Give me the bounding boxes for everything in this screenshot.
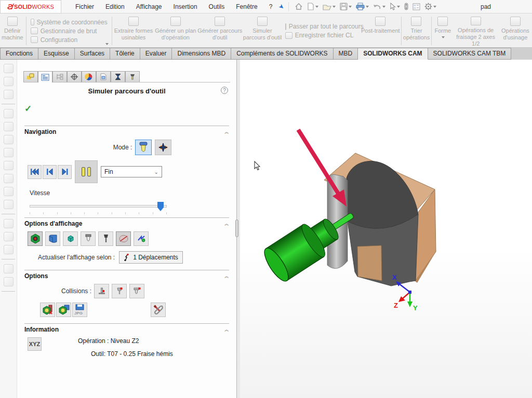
menu-help[interactable]: ?	[264, 1, 277, 12]
tolerance-tab[interactable]	[82, 71, 96, 82]
step-forward-button[interactable]	[58, 165, 72, 179]
save-cl-button[interactable]: Enregistrer fichier CL	[285, 32, 358, 39]
pin-menubar-icon[interactable]: ➤	[277, 2, 286, 11]
home-icon[interactable]	[293, 2, 304, 11]
cam-feature-icon[interactable]	[4, 232, 14, 241]
generate-plan-button[interactable]: Générer un plan d'opération	[154, 15, 197, 47]
cam-feature-icon[interactable]	[4, 219, 14, 228]
menu-edition[interactable]: Edition	[101, 1, 129, 12]
step-through-button[interactable]: Passer par tout le parcours	[285, 23, 358, 30]
cam-feature-icon[interactable]	[4, 245, 14, 254]
cam-feature-icon[interactable]	[4, 187, 14, 196]
operation-tree-tab[interactable]	[38, 71, 52, 83]
xyz-button[interactable]: XYZ	[28, 337, 42, 351]
end-without-save-button[interactable]	[40, 303, 55, 317]
update-moves-button[interactable]: 1 Déplacements	[119, 251, 183, 264]
define-machine-button[interactable]: Définir machine	[0, 15, 25, 47]
menu-affichage[interactable]: Affichage	[131, 1, 167, 12]
go-to-start-button[interactable]	[28, 165, 42, 179]
new-document-icon[interactable]	[305, 2, 320, 11]
stock-manager-button[interactable]: Gestionnaire de brut	[31, 28, 108, 35]
shape-caret-icon[interactable]	[442, 36, 445, 38]
cam-feature-icon[interactable]	[4, 148, 14, 157]
step-back-button[interactable]	[43, 165, 57, 179]
tab-solidworks-cam[interactable]: SOLIDWORKS CAM	[358, 48, 428, 60]
shank-collision-button[interactable]	[129, 284, 144, 298]
menu-insertion[interactable]: Insertion	[169, 1, 202, 12]
rapid-moves-button[interactable]	[134, 231, 149, 246]
viewport-3d[interactable]: X Z Y	[240, 60, 532, 398]
cam-feature-icon[interactable]	[4, 77, 14, 86]
cam-feature-icon[interactable]	[4, 174, 14, 183]
collapse-icon[interactable]: ︽	[224, 223, 229, 225]
menu-fenetre[interactable]: Fenêtre	[231, 1, 262, 12]
tools-tree-tab[interactable]	[52, 71, 67, 82]
select-icon[interactable]	[388, 2, 402, 11]
origin-tab[interactable]	[67, 71, 82, 82]
menu-fichier[interactable]: Fichier	[71, 1, 99, 12]
mill-operations-button[interactable]: Opérations de fraisage 2 axes 1/2	[453, 15, 499, 47]
collapse-icon[interactable]: ︽	[224, 131, 229, 133]
tab-surfaces[interactable]: Surfaces	[75, 48, 110, 60]
tab-dimensions-mbd[interactable]: Dimensions MBD	[172, 48, 231, 60]
splitter-handle[interactable]	[235, 219, 238, 237]
navigation-section-header[interactable]: Navigation ︽	[24, 126, 229, 135]
tab-evaluer[interactable]: Evaluer	[140, 48, 172, 60]
machined-stock-button[interactable]	[63, 231, 78, 246]
ok-check-icon[interactable]: ✓	[24, 103, 236, 114]
coordinate-system-button[interactable]: Système de coordonnées	[31, 19, 108, 26]
slider-thumb[interactable]	[157, 202, 164, 211]
cam-feature-icon[interactable]	[4, 90, 14, 99]
sort-operations-button[interactable]: Trier opérations	[403, 15, 430, 47]
settings-icon[interactable]	[423, 2, 438, 11]
probe-tab[interactable]	[125, 71, 140, 82]
view-list-icon[interactable]	[411, 2, 422, 11]
save-icon[interactable]	[338, 2, 353, 11]
collapse-icon[interactable]: ︽	[224, 275, 229, 278]
holder-collision-button[interactable]	[112, 284, 127, 298]
save-jpg-button[interactable]: JPG	[72, 303, 87, 317]
stock-button[interactable]	[45, 231, 60, 246]
tool-mode-button[interactable]	[135, 140, 152, 155]
open-icon[interactable]	[321, 2, 337, 11]
extract-features-button[interactable]: Extraire formes usinables	[113, 15, 154, 47]
tab-tolerie[interactable]: Tôlerie	[110, 48, 140, 60]
cam-feature-icon[interactable]	[4, 264, 14, 273]
pane-splitter[interactable]	[236, 60, 240, 398]
tool-button[interactable]	[81, 231, 96, 246]
collapse-icon[interactable]: ︽	[224, 328, 229, 331]
simulate-toolpath-button[interactable]: Simuler parcours d'outil	[243, 15, 282, 47]
cam-feature-icon[interactable]	[4, 109, 14, 118]
machining-operations-button[interactable]: Opérations d'usinage	[499, 15, 532, 47]
speed-slider[interactable]	[30, 202, 224, 211]
options-section-header[interactable]: Options ︽	[24, 270, 229, 280]
holder-button[interactable]	[98, 231, 113, 246]
cam-feature-icon[interactable]	[4, 277, 14, 286]
help-icon[interactable]: ?	[221, 87, 228, 94]
pause-button[interactable]	[75, 160, 98, 183]
configuration-button[interactable]: Configuration	[31, 36, 108, 44]
tab-complements[interactable]: Compléments de SOLIDWORKS	[231, 48, 333, 60]
tab-fonctions[interactable]: Fonctions	[0, 48, 38, 60]
information-section-header[interactable]: Information ︽	[24, 323, 229, 333]
features-tree-tab[interactable]	[23, 71, 38, 82]
cam-feature-icon[interactable]	[4, 64, 14, 73]
post-process-button[interactable]: Post-traitement	[361, 15, 400, 47]
generate-toolpath-button[interactable]: Générer parcours d'outil	[197, 15, 243, 47]
simulation-settings-button[interactable]	[151, 303, 166, 317]
target-part-button[interactable]	[28, 231, 43, 246]
extract-page-tab[interactable]	[96, 71, 111, 82]
reference-icon[interactable]	[403, 2, 410, 11]
shape-button[interactable]: Forme	[433, 15, 453, 47]
stop-on-collision-button[interactable]	[94, 284, 109, 298]
cam-feature-icon[interactable]	[4, 122, 14, 131]
configuration-caret-icon[interactable]	[105, 43, 109, 45]
tab-esquisse[interactable]: Esquisse	[38, 48, 75, 60]
save-stock-button[interactable]	[56, 303, 71, 317]
tab-mbd[interactable]: MBD	[334, 48, 358, 60]
cam-feature-icon[interactable]	[4, 161, 14, 170]
tab-solidworks-cam-tbm[interactable]: SOLIDWORKS CAM TBM	[428, 48, 512, 60]
undo-icon[interactable]	[371, 2, 387, 11]
cam-feature-icon[interactable]	[4, 200, 14, 209]
print-icon[interactable]	[354, 2, 370, 11]
